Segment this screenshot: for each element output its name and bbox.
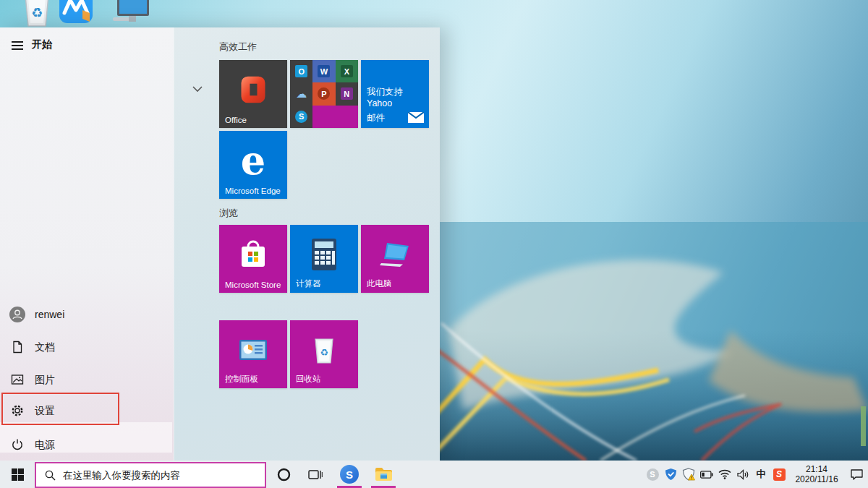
sidebar-item-documents[interactable]: 文档 bbox=[0, 333, 172, 361]
tray-defender-icon[interactable] bbox=[682, 468, 695, 481]
sogou-browser-button[interactable]: S bbox=[333, 461, 365, 488]
tile-microsoft-365[interactable]: O W X ☁ P N S bbox=[290, 60, 358, 128]
skype-letter: S bbox=[647, 468, 659, 481]
user-avatar bbox=[9, 307, 25, 322]
office-apps-mosaic: O W X ☁ P N S bbox=[290, 60, 358, 128]
sidebar-item-user[interactable]: renwei bbox=[0, 300, 172, 329]
cortana-button[interactable] bbox=[268, 461, 299, 488]
tile-label: 此电脑 bbox=[367, 278, 392, 289]
task-view-button[interactable] bbox=[299, 461, 331, 488]
tray-battery-icon[interactable] bbox=[700, 468, 713, 481]
document-icon bbox=[11, 341, 24, 354]
tile-label: Microsoft Edge bbox=[225, 187, 281, 195]
tile-this-pc[interactable]: 此电脑 bbox=[361, 225, 429, 293]
tray-ime-indicator[interactable]: 中 bbox=[754, 468, 767, 481]
power-icon bbox=[11, 438, 24, 451]
onenote-icon: N bbox=[341, 87, 353, 100]
mail-tile-label: 邮件 bbox=[367, 112, 385, 124]
search-icon bbox=[45, 470, 56, 481]
settings-highlight-red-box bbox=[1, 393, 119, 425]
skype-icon: S bbox=[295, 111, 307, 123]
sidebar-item-power[interactable]: 电源 bbox=[0, 430, 172, 459]
office-logo-icon bbox=[237, 74, 269, 106]
file-explorer-icon bbox=[375, 467, 393, 481]
pictures-icon bbox=[11, 373, 24, 386]
task-view-icon bbox=[308, 468, 323, 481]
action-center-icon bbox=[850, 468, 864, 481]
start-menu: 开始 renwei 文档 图片 设置 bbox=[0, 27, 440, 461]
documents-label: 文档 bbox=[35, 333, 55, 361]
sidebar-item-pictures[interactable]: 图片 bbox=[0, 365, 172, 394]
envelope-icon bbox=[408, 112, 424, 123]
sogou-browser-icon: S bbox=[340, 465, 359, 484]
user-name-label: renwei bbox=[35, 300, 64, 329]
tray-security-shield-icon[interactable] bbox=[664, 468, 677, 481]
clock-date: 2020/11/16 bbox=[791, 474, 843, 484]
file-explorer-button[interactable] bbox=[367, 461, 399, 488]
powerpoint-icon: P bbox=[318, 87, 330, 100]
start-button[interactable] bbox=[0, 461, 35, 488]
group-title-browse: 浏览 bbox=[219, 207, 238, 220]
laptop-icon bbox=[378, 241, 412, 267]
svg-text:♻: ♻ bbox=[31, 6, 43, 20]
tray-skype-icon[interactable]: S bbox=[646, 468, 659, 481]
power-label: 电源 bbox=[35, 430, 55, 459]
desktop-mail-app-icon[interactable] bbox=[58, 0, 94, 27]
desktop-this-pc-icon[interactable] bbox=[113, 0, 150, 27]
calculator-icon bbox=[310, 239, 338, 270]
clock-time: 21:14 bbox=[791, 464, 843, 474]
tile-mail[interactable]: 我们支持 Yahoo 邮件 bbox=[361, 60, 429, 128]
taskbar: S S bbox=[0, 461, 868, 488]
hamburger-menu-icon[interactable] bbox=[12, 41, 23, 51]
pictures-label: 图片 bbox=[35, 365, 55, 394]
action-center-button[interactable] bbox=[848, 468, 865, 481]
mail-tile-message: 我们支持 Yahoo bbox=[367, 86, 429, 108]
tile-label: Office bbox=[225, 116, 247, 124]
tray-volume-icon[interactable] bbox=[736, 468, 749, 481]
taskbar-clock[interactable]: 21:14 2020/11/16 bbox=[791, 464, 843, 484]
tile-microsoft-edge[interactable]: e Microsoft Edge bbox=[219, 131, 287, 199]
chevron-down-icon[interactable] bbox=[192, 85, 203, 93]
tile-label: 控制面板 bbox=[225, 374, 258, 385]
tray-sogou-input-icon[interactable]: S bbox=[773, 468, 786, 481]
tile-calculator[interactable]: 计算器 bbox=[290, 225, 358, 293]
windows-logo-icon bbox=[12, 468, 24, 481]
tile-label: 计算器 bbox=[296, 278, 321, 289]
onedrive-icon: ☁ bbox=[295, 87, 307, 100]
sogou-letter: S bbox=[773, 468, 786, 481]
system-tray: S bbox=[646, 461, 865, 488]
svg-text:♻: ♻ bbox=[320, 347, 328, 358]
word-icon: W bbox=[318, 65, 330, 77]
outlook-icon: O bbox=[295, 65, 307, 77]
start-menu-title: 开始 bbox=[32, 38, 52, 51]
tray-wifi-icon[interactable] bbox=[718, 468, 731, 481]
excel-icon: X bbox=[341, 65, 353, 77]
control-panel-icon bbox=[239, 340, 267, 360]
tile-label: 回收站 bbox=[296, 374, 321, 385]
edge-logo-icon: e bbox=[241, 137, 265, 184]
tile-recycle-bin[interactable]: ♻ 回收站 bbox=[290, 320, 358, 388]
search-input[interactable] bbox=[63, 470, 265, 481]
light-trails-artwork bbox=[420, 222, 868, 461]
tile-microsoft-store[interactable]: Microsoft Store bbox=[219, 225, 287, 293]
tile-label: Microsoft Store bbox=[225, 281, 281, 289]
tile-office[interactable]: Office bbox=[219, 60, 287, 128]
cortana-icon bbox=[277, 468, 291, 481]
taskbar-search-box[interactable] bbox=[35, 462, 266, 488]
tile-control-panel[interactable]: 控制面板 bbox=[219, 320, 287, 388]
store-bag-icon bbox=[239, 239, 268, 270]
group-title-productivity: 高效工作 bbox=[219, 40, 257, 53]
recycle-bin-icon: ♻ bbox=[312, 336, 336, 364]
desktop-recycle-bin-icon[interactable]: ♻ bbox=[22, 0, 52, 27]
